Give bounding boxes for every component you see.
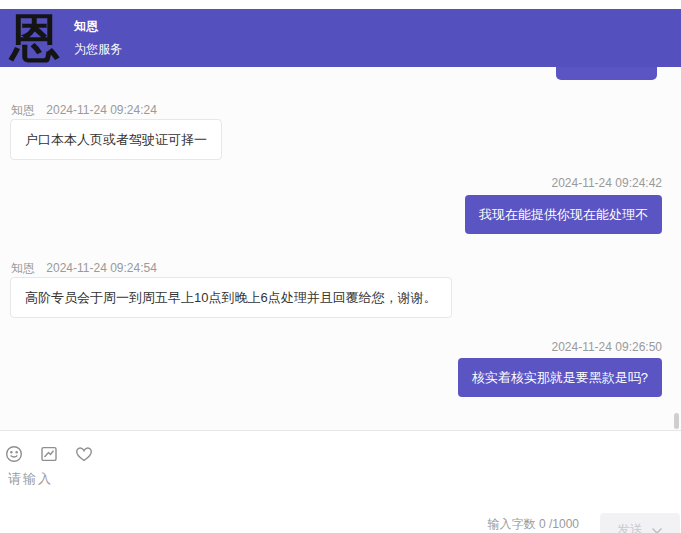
send-button[interactable]: 发送 <box>600 513 680 533</box>
message-timestamp: 2024-11-24 09:24:42 <box>551 176 662 190</box>
agent-name: 知恩 <box>74 18 122 35</box>
composer-toolbar <box>4 444 94 464</box>
top-margin <box>0 0 681 9</box>
header-titles: 知恩 为您服务 <box>74 18 122 58</box>
incoming-message-bubble: 高阶专员会于周一到周五早上10点到晚上6点处理并且回覆给您，谢谢。 <box>10 277 452 318</box>
chevron-down-icon[interactable] <box>651 523 663 533</box>
message-timestamp: 2024-11-24 09:24:54 <box>46 261 157 275</box>
favorite-heart-icon[interactable] <box>74 444 94 464</box>
message-timestamp: 2024-11-24 09:26:50 <box>551 340 662 354</box>
agent-tagline: 为您服务 <box>74 41 122 58</box>
char-counter: 输入字数 0 /1000 <box>488 516 579 533</box>
message-timestamp: 2024-11-24 09:24:24 <box>46 103 157 117</box>
message-list: 知恩 2024-11-24 09:24:24 户口本本人页或者驾驶证可择一 20… <box>0 67 681 430</box>
char-count: 0 <box>539 517 546 531</box>
brand-logo: 恩 <box>10 13 60 63</box>
emoji-icon[interactable] <box>4 444 24 464</box>
message-meta: 知恩 2024-11-24 09:24:54 <box>11 260 157 277</box>
message-input[interactable]: 请输入 <box>8 470 508 490</box>
chat-scrollbar-thumb[interactable] <box>674 413 679 429</box>
sender-name: 知恩 <box>11 261 35 275</box>
outgoing-message-bubble: 核实着核实那就是要黑款是吗? <box>458 358 662 397</box>
clipped-outgoing-bubble <box>556 67 657 80</box>
char-limit: /1000 <box>549 517 579 531</box>
send-button-label: 发送 <box>617 521 643 533</box>
chat-window: 恩 知恩 为您服务 知恩 2024-11-24 09:24:24 户口本本人页或… <box>0 0 681 533</box>
chat-header: 恩 知恩 为您服务 <box>0 9 681 67</box>
message-meta: 知恩 2024-11-24 09:24:24 <box>11 102 157 119</box>
outgoing-message-bubble: 我现在能提供你现在能处理不 <box>465 195 662 234</box>
incoming-message-bubble: 户口本本人页或者驾驶证可择一 <box>10 119 222 160</box>
image-icon[interactable] <box>39 444 59 464</box>
sender-name: 知恩 <box>11 103 35 117</box>
composer-panel: 请输入 输入字数 0 /1000 发送 <box>0 430 681 533</box>
char-counter-label: 输入字数 <box>488 517 536 531</box>
